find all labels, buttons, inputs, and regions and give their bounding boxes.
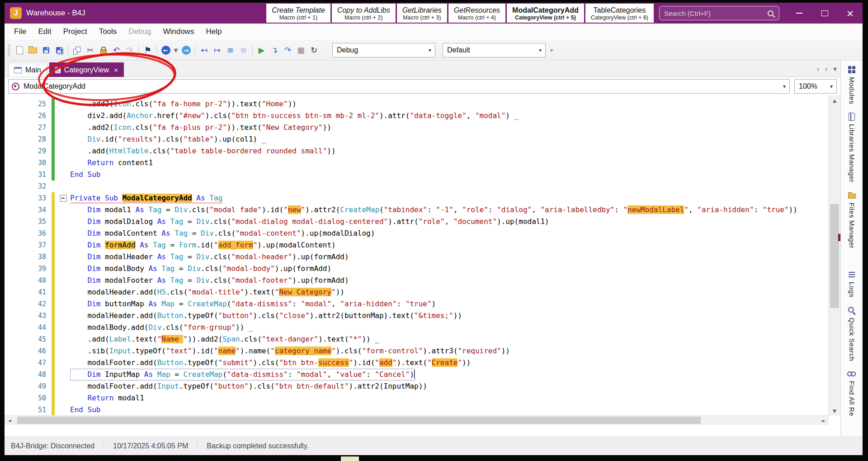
code-text[interactable]: Dim InputMap As Map = CreateMap("data-di… [70,369,415,380]
macro-button-create-template[interactable]: Create TemplateMacro (ctrl + 1) [266,4,330,23]
sidebar-item-logs[interactable]: Logs [847,270,856,298]
horizontal-scrollbar-thumb[interactable] [17,417,701,424]
undo-icon[interactable]: ↶ [110,44,123,57]
line-number[interactable]: 42 [5,298,52,310]
line-number[interactable]: 48 [5,369,52,380]
module-selector-dropdown[interactable]: ModalCategoryAdd ▾ [8,79,790,94]
tab-main[interactable]: Main [8,62,47,77]
code-line[interactable]: 32 [5,181,829,192]
scroll-right-icon[interactable]: ► [819,418,829,423]
build-configuration-dropdown[interactable]: Default ▾ [443,43,546,57]
code-text[interactable]: modalBody.add(Div.cls("form-group")) _ [70,322,253,333]
run-icon[interactable]: ▶ [255,44,268,57]
step-into-icon[interactable]: ↴ [268,44,281,57]
new-project-icon[interactable] [13,44,26,57]
line-number[interactable]: 32 [5,181,52,192]
menu-item-help[interactable]: Help [200,27,227,36]
step-over-icon[interactable]: ↷ [281,44,294,57]
code-line[interactable]: 47 modalFooter.add(Button.typeOf("submit… [5,357,829,369]
search-icon[interactable] [768,10,774,16]
code-text[interactable]: modalHeader.add(H5.cls("modal-title").te… [70,286,344,298]
code-text[interactable]: Return modal1 [70,392,144,404]
code-text[interactable]: Dim buttonMap As Map = CreateMap("data-d… [70,298,436,310]
open-project-icon[interactable] [26,44,39,57]
code-text[interactable]: Div.id("results").cls("table").up(col1) … [70,133,266,145]
line-number[interactable]: 51 [5,404,52,416]
save-all-icon[interactable] [52,44,66,57]
code-line[interactable]: 42 Dim buttonMap As Map = CreateMap("dat… [5,298,829,310]
code-line[interactable]: 41 modalHeader.add(H5.cls("modal-title")… [5,286,829,298]
code-text[interactable]: Dim modalHeader As Tag = Div.cls("modal-… [70,251,349,263]
code-line[interactable]: 26 div2.add(Anchor.href("#new").cls("btn… [5,110,829,122]
code-text[interactable]: modalFooter.add(Button.typeOf("submit").… [70,357,471,369]
code-line[interactable]: 46 .sib(Input.typeOf("text").id("name").… [5,345,829,357]
code-text[interactable]: Private Sub ModalCategoryAdd As Tag [70,192,222,204]
code-line[interactable]: 43 modalHeader.add(Button.typeOf("button… [5,310,829,322]
line-number[interactable]: 43 [5,310,52,322]
code-line[interactable]: 45 .add(Label.text("Name ")).add2(Span.c… [5,333,829,345]
macro-button-modalcategoryadd[interactable]: ModalCategoryAddCategoryView (ctrl + 5) [507,4,584,23]
code-line[interactable]: 33Private Sub ModalCategoryAdd As Tag [5,192,829,204]
fold-collapse-icon[interactable] [60,195,67,202]
tab-scroll-left-icon[interactable]: ‹ [816,65,819,73]
code-text[interactable]: End Sub [70,404,100,416]
line-number[interactable]: 41 [5,286,52,298]
code-line[interactable]: 28 Div.id("results").cls("table").up(col… [5,133,829,145]
line-number[interactable]: 34 [5,204,52,216]
cut-icon[interactable]: ✂ [84,44,97,57]
code-text[interactable]: Dim modalDialog As Tag = Div.cls("modal-… [70,216,549,228]
tab-close-icon[interactable]: × [114,66,118,74]
code-text[interactable]: End Sub [70,169,100,181]
code-text[interactable]: Dim modalFooter As Tag = Div.cls("modal-… [70,275,349,286]
code-editor[interactable]: 25 .add2(Icon.cls("fa fa-home pr-2")).te… [5,95,840,437]
code-line[interactable]: 37 Dim formAdd As Tag = Form.id("add_for… [5,239,829,251]
menu-item-project[interactable]: Project [57,27,93,36]
line-number[interactable]: 29 [5,145,52,157]
line-number[interactable]: 37 [5,239,52,251]
line-number[interactable]: 50 [5,392,52,404]
code-region[interactable]: 25 .add2(Icon.cls("fa fa-home pr-2")).te… [5,95,829,416]
tab-list-dropdown-icon[interactable]: ▾ [833,65,837,73]
scroll-down-icon[interactable]: ▼ [829,406,840,416]
rebuild-icon[interactable]: ↻ [307,44,321,57]
breakpoint-flag-icon[interactable]: ⚑ [141,44,154,57]
code-text[interactable]: Return content1 [70,157,153,169]
scroll-left-icon[interactable]: ◄ [5,418,14,423]
code-line[interactable]: 50 Return modal1 [5,392,829,404]
chevron-down-icon[interactable]: ▾ [425,47,435,53]
code-line[interactable]: 38 Dim modalHeader As Tag = Div.cls("mod… [5,251,829,263]
line-number[interactable]: 47 [5,357,52,369]
tab-categoryview[interactable]: CategoryView× [49,62,124,77]
code-text[interactable]: modalFooter.add(Input.typeOf("button").c… [70,380,427,392]
tab-scroll-right-icon[interactable]: › [825,65,828,73]
code-text[interactable]: Dim modalBody As Tag = Div.cls("modal-bo… [70,263,331,275]
macro-button-getresources[interactable]: GetResourcesMacro (ctrl + 4) [448,4,505,23]
sidebar-item-find-all-re[interactable]: Find All Re [847,369,856,416]
code-text[interactable]: .add(HtmlTable.cls("table table-bordered… [70,145,336,157]
macro-button-copy-to-addlibs[interactable]: Copy to AddLibsMacro (ctrl + 2) [332,4,396,23]
line-number[interactable]: 27 [5,122,52,133]
comment-icon[interactable]: ≡ [224,44,237,57]
toolbar-overflow-icon[interactable]: ▾ [550,47,553,53]
code-line[interactable]: 44 modalBody.add(Div.cls("form-group")) … [5,322,829,333]
code-line[interactable]: 51End Sub [5,404,829,416]
line-number[interactable]: 38 [5,251,52,263]
code-line[interactable]: 25 .add2(Icon.cls("fa fa-home pr-2")).te… [5,98,829,110]
chevron-down-icon[interactable]: ▾ [535,47,545,53]
menu-item-edit[interactable]: Edit [32,27,57,36]
navigate-forward-icon[interactable] [179,44,193,57]
line-number[interactable]: 28 [5,133,52,145]
nav-history-icon[interactable]: ▾ [172,44,179,57]
code-text[interactable]: modalHeader.add(Button.typeOf("button").… [70,310,462,322]
sidebar-item-quick-search[interactable]: Quick Search [847,306,856,361]
line-number[interactable]: 40 [5,275,52,286]
zoom-dropdown[interactable]: 100% ▾ [794,79,837,94]
line-number[interactable]: 49 [5,380,52,392]
code-line[interactable]: 35 Dim modalDialog As Tag = Div.cls("mod… [5,216,829,228]
macro-button-tablecategories[interactable]: TableCategoriesCategoryView (ctrl + 6) [585,4,654,23]
code-text[interactable]: .add2(Icon.cls("fa fa-home pr-2")).text(… [70,98,297,110]
code-line[interactable]: 31End Sub [5,169,829,181]
line-number[interactable]: 36 [5,228,52,239]
indent-icon[interactable]: ↦ [211,44,224,57]
search-input[interactable] [663,9,768,18]
